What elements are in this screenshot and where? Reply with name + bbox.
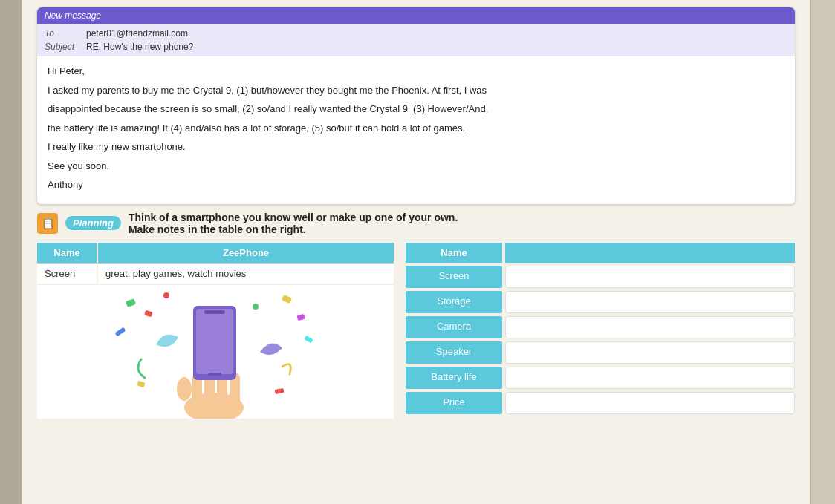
email-greeting: Hi Peter,	[48, 64, 784, 79]
email-body-line1: I asked my parents to buy me the Crystal…	[48, 83, 784, 98]
svg-rect-5	[304, 335, 313, 343]
email-body-line3: the battery life is amazing! It (4) and/…	[48, 121, 784, 136]
right-row-input[interactable]	[505, 291, 795, 313]
svg-rect-17	[196, 309, 233, 374]
svg-rect-6	[163, 292, 169, 298]
right-table-row: Storage	[406, 291, 795, 313]
right-table: Name ScreenStorageCameraSpeakerBattery l…	[406, 243, 795, 419]
right-row-input[interactable]	[505, 341, 795, 364]
right-table-row: Camera	[406, 316, 795, 338]
email-header-title: New message	[45, 10, 101, 21]
left-row-screen-label: Screen	[37, 264, 97, 284]
left-table-row-screen: Screen great, play games, watch movies	[37, 263, 394, 284]
phone-svg	[104, 285, 327, 419]
right-col1-header: Name	[406, 243, 502, 263]
right-row-label: Battery life	[406, 367, 502, 389]
email-author-name: Anthony	[48, 177, 784, 192]
right-row-label: Speaker	[406, 341, 502, 364]
planning-icon-symbol: 📋	[42, 217, 54, 229]
right-table-row: Speaker	[406, 341, 795, 364]
email-subject-row: Subject RE: How's the new phone?	[45, 40, 787, 53]
planning-instruction-line1: Think of a smartphone you know well or m…	[129, 212, 458, 223]
planning-instruction-line2: Make notes in the table on the right.	[129, 223, 458, 235]
subject-value: RE: How's the new phone?	[86, 42, 193, 52]
planning-section: 📋 Planning Think of a smartphone you kno…	[37, 212, 795, 235]
tables-row: Name ZeePhone Screen great, play games, …	[37, 243, 795, 419]
right-row-label: Storage	[406, 291, 502, 313]
right-row-label: Camera	[406, 316, 502, 338]
right-table-row: Price	[406, 392, 795, 414]
subject-label: Subject	[45, 42, 82, 52]
right-row-label: Screen	[406, 266, 502, 288]
right-table-row: Screen	[406, 266, 795, 288]
planning-instructions: Think of a smartphone you know well or m…	[129, 212, 458, 235]
planning-badge: Planning	[65, 216, 121, 230]
right-row-input[interactable]	[505, 266, 795, 288]
email-body-line2: disappointed because the screen is so sm…	[48, 102, 784, 117]
svg-rect-9	[275, 388, 285, 394]
planning-icon: 📋	[37, 213, 58, 234]
svg-rect-18	[204, 310, 225, 314]
right-row-input[interactable]	[505, 367, 795, 389]
email-body-line4: I really like my new smartphone.	[48, 140, 784, 154]
left-col1-header: Name	[37, 243, 97, 263]
svg-rect-1	[144, 310, 152, 316]
svg-rect-8	[137, 380, 146, 387]
email-header: New message	[37, 7, 795, 24]
right-row-input[interactable]	[505, 316, 795, 338]
svg-rect-2	[115, 327, 126, 336]
right-row-label: Price	[406, 392, 502, 414]
phone-illustration	[37, 285, 394, 419]
left-table-header: Name ZeePhone	[37, 243, 394, 263]
right-table-row: Battery life	[406, 367, 795, 389]
svg-rect-4	[296, 313, 305, 320]
email-to-row: To peter01@friendzmail.com	[45, 27, 787, 40]
left-col2-header: ZeePhone	[98, 243, 394, 263]
svg-rect-19	[208, 373, 221, 376]
right-row-input[interactable]	[505, 392, 795, 414]
svg-rect-3	[282, 294, 292, 303]
right-table-header: Name	[406, 243, 795, 263]
svg-rect-7	[253, 304, 259, 310]
left-table: Name ZeePhone Screen great, play games, …	[37, 243, 394, 419]
email-fields: To peter01@friendzmail.com Subject RE: H…	[37, 24, 795, 56]
svg-point-15	[177, 377, 192, 401]
right-table-body: ScreenStorageCameraSpeakerBattery lifePr…	[406, 266, 795, 414]
right-col2-header	[505, 243, 795, 263]
email-signoff: See you soon,	[48, 159, 784, 174]
to-value: peter01@friendzmail.com	[86, 28, 188, 39]
planning-header: 📋 Planning Think of a smartphone you kno…	[37, 212, 795, 235]
left-row-screen-value: great, play games, watch movies	[98, 264, 394, 284]
svg-rect-0	[126, 298, 136, 307]
email-container: New message To peter01@friendzmail.com S…	[37, 7, 795, 204]
email-body: Hi Peter, I asked my parents to buy me t…	[37, 56, 795, 204]
to-label: To	[45, 28, 82, 39]
